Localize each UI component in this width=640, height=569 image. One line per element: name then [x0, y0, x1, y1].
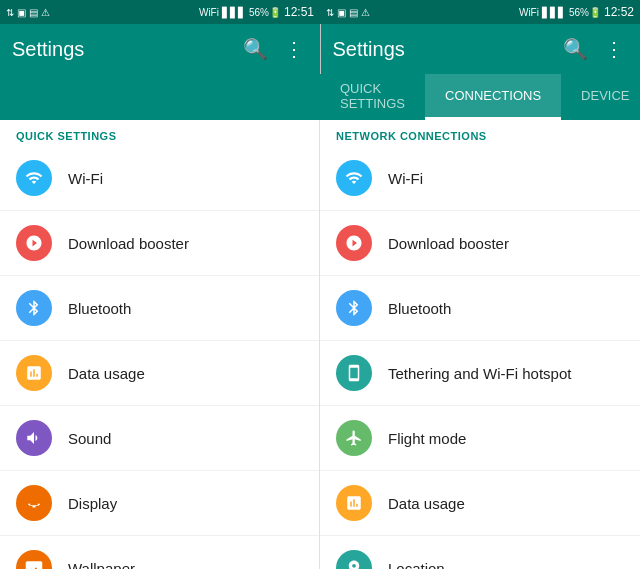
right-flight-mode-icon-circle — [336, 420, 372, 456]
wifi-status-icon: WiFi — [199, 7, 219, 18]
quick-settings-header: QUICK SETTINGS — [0, 120, 319, 146]
right-item-download-booster[interactable]: Download booster — [320, 211, 640, 276]
sim-icon-r: ▣ — [337, 7, 346, 18]
signal-icon-r: ▋▋▋ — [542, 7, 566, 18]
warning-icon: ⚠ — [41, 7, 50, 18]
right-data-usage-label: Data usage — [388, 495, 465, 512]
right-download-booster-icon-circle — [336, 225, 372, 261]
time-right: 12:52 — [604, 5, 634, 19]
usb-icon-r: ⇅ — [326, 7, 334, 18]
wallpaper-label: Wallpaper — [68, 560, 135, 570]
right-bluetooth-label: Bluetooth — [388, 300, 451, 317]
right-item-tethering[interactable]: Tethering and Wi-Fi hotspot — [320, 341, 640, 406]
usb-icon: ⇅ — [6, 7, 14, 18]
tab-quick-settings[interactable]: Quick settings — [320, 74, 425, 120]
data-usage-icon-circle — [16, 355, 52, 391]
settings-item-wallpaper[interactable]: Wallpaper — [0, 536, 319, 569]
right-tethering-icon-circle — [336, 355, 372, 391]
left-panel: QUICK SETTINGS Wi-Fi Download booster — [0, 120, 320, 569]
wifi-status-icon-r: WiFi — [519, 7, 539, 18]
settings-item-data-usage[interactable]: Data usage — [0, 341, 319, 406]
signal-icon: ▋▋▋ — [222, 7, 246, 18]
display-icon-circle — [16, 485, 52, 521]
right-item-data-usage[interactable]: Data usage — [320, 471, 640, 536]
left-toolbar-title: Settings — [12, 38, 231, 61]
bluetooth-icon-circle — [16, 290, 52, 326]
right-toolbar: Settings 🔍 ⋮ — [321, 24, 641, 74]
warning-icon-r: ⚠ — [361, 7, 370, 18]
tab-bar: Quick settings Connections Device — [0, 74, 640, 120]
right-flight-mode-label: Flight mode — [388, 430, 466, 447]
img-icon-r: ▤ — [349, 7, 358, 18]
wifi-label: Wi-Fi — [68, 170, 103, 187]
wallpaper-icon-circle — [16, 550, 52, 569]
right-toolbar-title: Settings — [333, 38, 552, 61]
more-options-right[interactable]: ⋮ — [600, 33, 628, 65]
left-toolbar: Settings 🔍 ⋮ — [0, 24, 320, 74]
main-content: QUICK SETTINGS Wi-Fi Download booster — [0, 120, 640, 569]
right-wifi-icon-circle — [336, 160, 372, 196]
tab-connections-label: Connections — [445, 88, 541, 103]
data-usage-label: Data usage — [68, 365, 145, 382]
right-data-usage-icon-circle — [336, 485, 372, 521]
toolbars: Settings 🔍 ⋮ Settings 🔍 ⋮ — [0, 24, 640, 74]
tab-device-label: Device — [581, 88, 629, 103]
sound-label: Sound — [68, 430, 111, 447]
network-connections-header: NETWORK CONNECTIONS — [320, 120, 640, 146]
settings-item-display[interactable]: Display — [0, 471, 319, 536]
more-options-left[interactable]: ⋮ — [280, 33, 308, 65]
settings-item-wifi[interactable]: Wi-Fi — [0, 146, 319, 211]
status-bars: ⇅ ▣ ▤ ⚠ WiFi ▋▋▋ 56%🔋 12:51 ⇅ ▣ ▤ ⚠ WiFi… — [0, 0, 640, 24]
tab-connections[interactable]: Connections — [425, 74, 561, 120]
search-button-right[interactable]: 🔍 — [559, 33, 592, 65]
download-booster-label: Download booster — [68, 235, 189, 252]
status-bar-right: ⇅ ▣ ▤ ⚠ WiFi ▋▋▋ 56%🔋 12:52 — [320, 0, 640, 24]
right-location-label: Location — [388, 560, 445, 570]
display-label: Display — [68, 495, 117, 512]
wifi-icon-circle — [16, 160, 52, 196]
sound-icon-circle — [16, 420, 52, 456]
right-download-booster-label: Download booster — [388, 235, 509, 252]
right-item-wifi[interactable]: Wi-Fi — [320, 146, 640, 211]
status-bar-left: ⇅ ▣ ▤ ⚠ WiFi ▋▋▋ 56%🔋 12:51 — [0, 0, 320, 24]
right-item-flight-mode[interactable]: Flight mode — [320, 406, 640, 471]
right-item-bluetooth[interactable]: Bluetooth — [320, 276, 640, 341]
settings-item-bluetooth[interactable]: Bluetooth — [0, 276, 319, 341]
download-booster-icon-circle — [16, 225, 52, 261]
tab-device[interactable]: Device — [561, 74, 640, 120]
time-left: 12:51 — [284, 5, 314, 19]
right-bluetooth-icon-circle — [336, 290, 372, 326]
bluetooth-label: Bluetooth — [68, 300, 131, 317]
settings-item-sound[interactable]: Sound — [0, 406, 319, 471]
right-item-location[interactable]: Location — [320, 536, 640, 569]
tab-quick-settings-label: Quick settings — [340, 81, 405, 111]
battery-right: 56%🔋 — [569, 7, 601, 18]
img-icon: ▤ — [29, 7, 38, 18]
right-location-icon-circle — [336, 550, 372, 569]
right-wifi-label: Wi-Fi — [388, 170, 423, 187]
right-tethering-label: Tethering and Wi-Fi hotspot — [388, 365, 571, 382]
right-panel: NETWORK CONNECTIONS Wi-Fi Download boost… — [320, 120, 640, 569]
battery-left: 56%🔋 — [249, 7, 281, 18]
search-button-left[interactable]: 🔍 — [239, 33, 272, 65]
sim-icon: ▣ — [17, 7, 26, 18]
settings-item-download-booster[interactable]: Download booster — [0, 211, 319, 276]
